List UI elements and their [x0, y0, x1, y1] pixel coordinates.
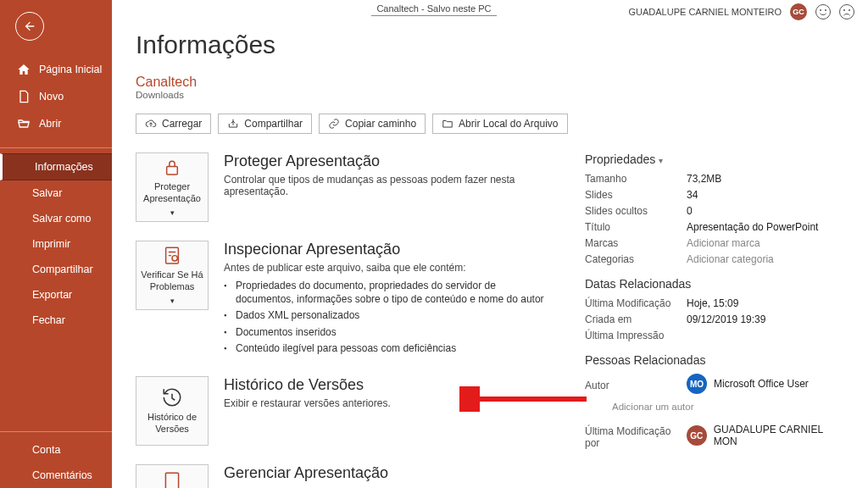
backstage-sidebar: Página Inicial Novo Abrir Informações Sa…: [0, 0, 112, 488]
prop-value: Hoje, 15:09: [687, 297, 848, 309]
prop-value: 0: [687, 205, 848, 217]
sidebar-item-export[interactable]: Exportar: [0, 282, 112, 308]
prop-value: 34: [687, 189, 848, 201]
svg-point-2: [172, 256, 177, 261]
author-name: Microsoft Office User: [714, 378, 809, 390]
author-avatar: MO: [687, 374, 707, 394]
prop-key: Slides ocultos: [585, 205, 687, 217]
inspect-icon: [161, 245, 183, 266]
prop-value: 73,2MB: [687, 173, 848, 185]
upload-button[interactable]: Carregar: [136, 114, 211, 134]
lock-icon: [161, 157, 183, 178]
svg-rect-3: [165, 473, 178, 488]
history-icon: [161, 386, 183, 408]
prop-key: Título: [585, 221, 687, 233]
page-heading: Informações: [136, 30, 848, 59]
cloud-upload-icon: [145, 118, 157, 130]
sidebar-item-print[interactable]: Imprimir: [0, 231, 112, 257]
new-file-icon: [17, 90, 31, 103]
prop-key: Última Modificação: [585, 297, 687, 309]
manage-presentation-button[interactable]: [136, 464, 209, 488]
lastmodby-name: GUADALUPE CARNIEL MON: [714, 424, 848, 447]
back-button[interactable]: [15, 12, 44, 41]
lastmodby-avatar: GC: [687, 425, 707, 446]
properties-heading[interactable]: Propriedades ▾: [585, 152, 848, 166]
related-people-heading: Pessoas Relacionadas: [585, 353, 848, 367]
folder-open-icon: [17, 117, 31, 130]
add-category[interactable]: Adicionar categoria: [687, 253, 848, 265]
protect-desc: Controlar que tipos de mudanças as pesso…: [224, 174, 554, 197]
sidebar-item-label: Novo: [39, 91, 64, 103]
sidebar-item-label: Conta: [32, 444, 60, 456]
sidebar-item-label: Salvar: [32, 187, 62, 199]
link-icon: [328, 118, 340, 130]
main-content: Informações Canaltech Downloads Carregar…: [112, 0, 868, 488]
button-label: Copiar caminho: [345, 118, 416, 130]
arrow-left-icon: [23, 19, 36, 33]
sidebar-item-account[interactable]: Conta: [0, 437, 112, 463]
related-dates-heading: Datas Relacionadas: [585, 277, 848, 291]
inspect-item: Documentos inseridos: [236, 325, 554, 339]
prop-key: Categorias: [585, 253, 687, 265]
folder-icon: [442, 118, 453, 130]
prop-key: Autor: [585, 380, 687, 391]
history-desc: Exibir e restaurar versões anteriores.: [224, 397, 391, 409]
inspect-item: Propriedades do documento, propriedades …: [236, 279, 554, 306]
inspect-heading: Inspecionar Apresentação: [224, 241, 554, 258]
sidebar-item-save[interactable]: Salvar: [0, 180, 112, 206]
sidebar-item-feedback[interactable]: Comentários: [0, 463, 112, 488]
sidebar-item-label: Fechar: [32, 314, 65, 326]
copy-path-button[interactable]: Copiar caminho: [319, 114, 426, 134]
svg-rect-0: [167, 167, 178, 175]
manage-icon: [161, 470, 183, 488]
sidebar-item-open[interactable]: Abrir: [0, 110, 112, 137]
sidebar-item-label: Imprimir: [32, 238, 70, 250]
sidebar-item-home[interactable]: Página Inicial: [0, 56, 112, 83]
prop-key: Tamanho: [585, 173, 687, 185]
prop-key: Slides: [585, 189, 687, 201]
sidebar-item-label: Exportar: [32, 289, 72, 301]
manage-heading: Gerenciar Apresentação: [224, 464, 388, 482]
version-history-button[interactable]: Histórico de Versões: [136, 376, 209, 446]
sidebar-item-label: Salvar como: [32, 213, 91, 225]
prop-key: Marcas: [585, 237, 687, 249]
sidebar-item-label: Página Inicial: [39, 64, 102, 75]
add-author[interactable]: Adicionar um autor: [612, 402, 848, 412]
share-button[interactable]: Compartilhar: [218, 114, 312, 134]
protect-heading: Proteger Apresentação: [224, 152, 554, 170]
button-label: Proteger Apresentação: [140, 181, 204, 205]
protect-presentation-button[interactable]: Proteger Apresentação▾: [136, 152, 209, 222]
sidebar-item-share[interactable]: Compartilhar: [0, 257, 112, 282]
inspect-desc: Antes de publicar este arquivo, saiba qu…: [224, 262, 554, 274]
chevron-down-icon: ▾: [659, 156, 663, 165]
sidebar-item-label: Comentários: [32, 469, 92, 481]
check-issues-button[interactable]: Verificar Se Há Problemas▾: [136, 241, 209, 310]
button-label: Histórico de Versões: [140, 412, 204, 435]
open-location-button[interactable]: Abrir Local do Arquivo: [432, 114, 567, 134]
prop-value: [687, 330, 848, 341]
prop-key: Última Modificação por: [585, 425, 687, 449]
prop-value[interactable]: Apresentação do PowerPoint: [687, 221, 848, 233]
sidebar-item-close[interactable]: Fechar: [0, 308, 112, 333]
sidebar-item-label: Compartilhar: [32, 263, 93, 275]
file-name[interactable]: Canaltech: [136, 75, 848, 90]
history-heading: Histórico de Versões: [224, 376, 391, 394]
sidebar-item-saveas[interactable]: Salvar como: [0, 206, 112, 231]
file-path[interactable]: Downloads: [136, 90, 848, 100]
lastmodby-person[interactable]: GC GUADALUPE CARNIEL MON: [687, 424, 848, 447]
prop-key: Criada em: [585, 313, 687, 325]
button-label: Verificar Se Há Problemas: [140, 269, 204, 293]
author-person[interactable]: MO Microsoft Office User: [687, 374, 848, 394]
inspect-item: Conteúdo ilegível para pessoas com defic…: [236, 341, 554, 355]
home-icon: [17, 63, 31, 76]
sidebar-item-info[interactable]: Informações: [0, 153, 112, 180]
sidebar-item-label: Abrir: [39, 118, 61, 130]
button-label: Abrir Local do Arquivo: [459, 118, 558, 130]
sidebar-item-new[interactable]: Novo: [0, 83, 112, 110]
button-label: Carregar: [162, 118, 202, 130]
add-tag[interactable]: Adicionar marca: [687, 237, 848, 249]
share-icon: [227, 118, 239, 130]
prop-value: 09/12/2019 19:39: [687, 313, 848, 325]
inspect-item: Dados XML personalizados: [236, 308, 554, 322]
sidebar-item-label: Informações: [35, 161, 93, 173]
